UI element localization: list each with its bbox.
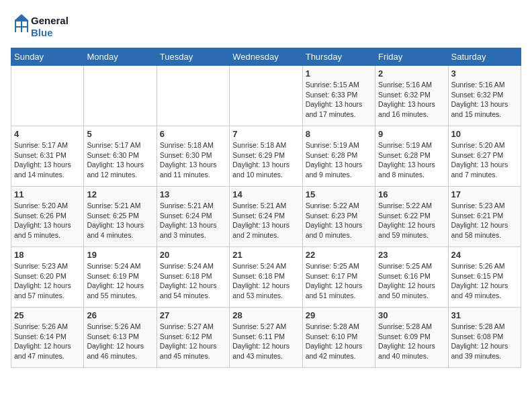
calendar-cell: 3Sunrise: 5:16 AMSunset: 6:32 PMDaylight… <box>448 66 521 126</box>
svg-text:Blue: Blue <box>31 27 53 38</box>
day-header-monday: Monday <box>84 48 157 66</box>
day-info: Sunrise: 5:23 AMSunset: 6:21 PMDaylight:… <box>451 201 518 240</box>
day-info: Sunrise: 5:19 AMSunset: 6:28 PMDaylight:… <box>378 140 445 180</box>
calendar-cell: 9Sunrise: 5:19 AMSunset: 6:28 PMDaylight… <box>375 126 448 187</box>
day-number: 28 <box>232 310 299 320</box>
calendar-cell: 19Sunrise: 5:24 AMSunset: 6:19 PMDayligh… <box>84 247 157 308</box>
svg-rect-7 <box>22 28 27 32</box>
svg-rect-4 <box>16 21 21 26</box>
day-number: 27 <box>160 310 226 320</box>
day-number: 2 <box>378 68 445 79</box>
day-number: 9 <box>378 129 445 139</box>
calendar-cell: 6Sunrise: 5:18 AMSunset: 6:30 PMDaylight… <box>157 126 229 187</box>
calendar-cell: 1Sunrise: 5:15 AMSunset: 6:33 PMDaylight… <box>302 66 375 126</box>
day-number: 31 <box>451 310 518 320</box>
calendar-cell: 10Sunrise: 5:20 AMSunset: 6:27 PMDayligh… <box>448 126 521 187</box>
week-row-1: 1Sunrise: 5:15 AMSunset: 6:33 PMDaylight… <box>11 66 521 126</box>
day-number: 12 <box>87 189 153 199</box>
day-info: Sunrise: 5:26 AMSunset: 6:13 PMDaylight:… <box>87 322 153 361</box>
day-info: Sunrise: 5:16 AMSunset: 6:32 PMDaylight:… <box>378 80 445 120</box>
day-info: Sunrise: 5:24 AMSunset: 6:19 PMDaylight:… <box>87 261 153 301</box>
calendar-cell: 4Sunrise: 5:17 AMSunset: 6:31 PMDaylight… <box>11 126 84 187</box>
day-number: 10 <box>451 129 518 139</box>
day-number: 18 <box>14 250 81 260</box>
calendar-cell: 14Sunrise: 5:21 AMSunset: 6:24 PMDayligh… <box>230 187 302 247</box>
day-number: 23 <box>378 250 445 260</box>
day-info: Sunrise: 5:21 AMSunset: 6:24 PMDaylight:… <box>232 201 299 240</box>
day-number: 1 <box>306 68 372 79</box>
day-info: Sunrise: 5:18 AMSunset: 6:29 PMDaylight:… <box>232 140 299 180</box>
calendar-cell <box>11 66 84 126</box>
calendar-table: SundayMondayTuesdayWednesdayThursdayFrid… <box>11 48 521 368</box>
calendar-cell: 11Sunrise: 5:20 AMSunset: 6:26 PMDayligh… <box>11 187 84 247</box>
day-header-wednesday: Wednesday <box>230 48 302 66</box>
calendar-cell: 13Sunrise: 5:21 AMSunset: 6:24 PMDayligh… <box>157 187 229 247</box>
day-info: Sunrise: 5:21 AMSunset: 6:24 PMDaylight:… <box>160 201 226 240</box>
svg-rect-6 <box>16 28 21 32</box>
day-info: Sunrise: 5:20 AMSunset: 6:26 PMDaylight:… <box>14 201 81 240</box>
calendar-cell: 26Sunrise: 5:26 AMSunset: 6:13 PMDayligh… <box>84 308 157 368</box>
day-number: 14 <box>232 189 299 199</box>
calendar-cell: 25Sunrise: 5:26 AMSunset: 6:14 PMDayligh… <box>11 308 84 368</box>
day-number: 8 <box>306 129 372 139</box>
day-info: Sunrise: 5:23 AMSunset: 6:20 PMDaylight:… <box>14 261 81 301</box>
day-header-tuesday: Tuesday <box>157 48 229 66</box>
calendar-cell: 23Sunrise: 5:25 AMSunset: 6:16 PMDayligh… <box>375 247 448 308</box>
day-number: 30 <box>378 310 445 320</box>
day-number: 13 <box>160 189 226 199</box>
calendar-cell: 30Sunrise: 5:28 AMSunset: 6:09 PMDayligh… <box>375 308 448 368</box>
day-number: 11 <box>14 189 81 199</box>
day-number: 17 <box>451 189 518 199</box>
calendar-cell: 18Sunrise: 5:23 AMSunset: 6:20 PMDayligh… <box>11 247 84 308</box>
day-number: 20 <box>160 250 226 260</box>
day-number: 7 <box>232 129 299 139</box>
calendar-cell: 17Sunrise: 5:23 AMSunset: 6:21 PMDayligh… <box>448 187 521 247</box>
logo-svg: General Blue <box>11 11 91 41</box>
day-number: 29 <box>306 310 372 320</box>
week-row-3: 11Sunrise: 5:20 AMSunset: 6:26 PMDayligh… <box>11 187 521 247</box>
day-info: Sunrise: 5:27 AMSunset: 6:11 PMDaylight:… <box>232 322 299 361</box>
week-row-2: 4Sunrise: 5:17 AMSunset: 6:31 PMDaylight… <box>11 126 521 187</box>
calendar-cell: 20Sunrise: 5:24 AMSunset: 6:18 PMDayligh… <box>157 247 229 308</box>
page-header: General Blue <box>11 11 521 41</box>
day-number: 3 <box>451 68 518 79</box>
calendar-body: 1Sunrise: 5:15 AMSunset: 6:33 PMDaylight… <box>11 66 521 368</box>
day-info: Sunrise: 5:20 AMSunset: 6:27 PMDaylight:… <box>451 140 518 180</box>
svg-marker-2 <box>15 14 28 20</box>
week-row-4: 18Sunrise: 5:23 AMSunset: 6:20 PMDayligh… <box>11 247 521 308</box>
logo: General Blue <box>11 11 91 41</box>
week-row-5: 25Sunrise: 5:26 AMSunset: 6:14 PMDayligh… <box>11 308 521 368</box>
day-info: Sunrise: 5:28 AMSunset: 6:09 PMDaylight:… <box>378 322 445 361</box>
day-number: 15 <box>306 189 372 199</box>
day-number: 19 <box>87 250 153 260</box>
day-info: Sunrise: 5:24 AMSunset: 6:18 PMDaylight:… <box>160 261 226 301</box>
day-info: Sunrise: 5:19 AMSunset: 6:28 PMDaylight:… <box>306 140 372 180</box>
calendar-header: SundayMondayTuesdayWednesdayThursdayFrid… <box>11 48 521 66</box>
day-info: Sunrise: 5:18 AMSunset: 6:30 PMDaylight:… <box>160 140 226 180</box>
day-info: Sunrise: 5:22 AMSunset: 6:23 PMDaylight:… <box>306 201 372 240</box>
day-number: 21 <box>232 250 299 260</box>
day-number: 22 <box>306 250 372 260</box>
calendar-cell: 31Sunrise: 5:28 AMSunset: 6:08 PMDayligh… <box>448 308 521 368</box>
svg-rect-5 <box>22 21 27 26</box>
day-number: 24 <box>451 250 518 260</box>
day-info: Sunrise: 5:26 AMSunset: 6:14 PMDaylight:… <box>14 322 81 361</box>
calendar-cell: 22Sunrise: 5:25 AMSunset: 6:17 PMDayligh… <box>302 247 375 308</box>
day-number: 6 <box>160 129 226 139</box>
day-number: 16 <box>378 189 445 199</box>
day-info: Sunrise: 5:28 AMSunset: 6:08 PMDaylight:… <box>451 322 518 361</box>
calendar-cell: 2Sunrise: 5:16 AMSunset: 6:32 PMDaylight… <box>375 66 448 126</box>
day-info: Sunrise: 5:17 AMSunset: 6:31 PMDaylight:… <box>14 140 81 180</box>
calendar-cell: 21Sunrise: 5:24 AMSunset: 6:18 PMDayligh… <box>230 247 302 308</box>
calendar-cell: 8Sunrise: 5:19 AMSunset: 6:28 PMDaylight… <box>302 126 375 187</box>
calendar-cell: 12Sunrise: 5:21 AMSunset: 6:25 PMDayligh… <box>84 187 157 247</box>
svg-text:General: General <box>31 15 69 26</box>
day-info: Sunrise: 5:28 AMSunset: 6:10 PMDaylight:… <box>306 322 372 361</box>
day-info: Sunrise: 5:26 AMSunset: 6:15 PMDaylight:… <box>451 261 518 301</box>
calendar-cell: 16Sunrise: 5:22 AMSunset: 6:22 PMDayligh… <box>375 187 448 247</box>
day-info: Sunrise: 5:17 AMSunset: 6:30 PMDaylight:… <box>87 140 153 180</box>
calendar-cell: 29Sunrise: 5:28 AMSunset: 6:10 PMDayligh… <box>302 308 375 368</box>
calendar-cell: 15Sunrise: 5:22 AMSunset: 6:23 PMDayligh… <box>302 187 375 247</box>
calendar-cell: 24Sunrise: 5:26 AMSunset: 6:15 PMDayligh… <box>448 247 521 308</box>
day-info: Sunrise: 5:27 AMSunset: 6:12 PMDaylight:… <box>160 322 226 361</box>
